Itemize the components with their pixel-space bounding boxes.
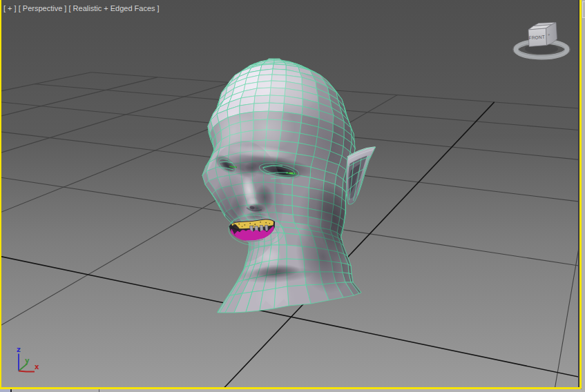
grid-line	[0, 77, 157, 117]
tripod-y-label: y	[25, 357, 30, 364]
side-panel-strip	[582, 0, 585, 392]
track-bar-tick	[99, 389, 99, 392]
viewcube[interactable]: R FRONT	[513, 23, 570, 59]
right-ear	[347, 147, 376, 204]
active-viewport-border-left	[0, 0, 1, 389]
viewport-menu-pov[interactable]: [ Perspective ]	[19, 4, 67, 12]
viewport-menu-general[interactable]: [ + ]	[3, 4, 17, 12]
tripod-y-axis	[19, 364, 28, 371]
tripod-x-label: x	[35, 363, 39, 371]
grid-line	[554, 204, 581, 389]
track-bar[interactable]	[0, 389, 582, 392]
left-eye-glint	[229, 166, 237, 167]
perspective-viewport[interactable]: R FRONT z y x	[0, 0, 581, 389]
grid-line	[0, 83, 230, 154]
time-slider-thumb[interactable]	[0, 389, 10, 392]
viewport-menu-shading[interactable]: [ Realistic + Edged Faces ]	[68, 4, 159, 12]
side-panel-button-edge[interactable]	[582, 1, 585, 18]
track-bar-tick	[10, 389, 12, 392]
shape-detail	[265, 225, 268, 231]
viewport-label: [ + ] [ Perspective ] [ Realistic + Edge…	[3, 4, 160, 12]
tripod-x-axis	[19, 371, 35, 372]
head-model[interactable]	[202, 58, 376, 315]
tripod-labels: z y x	[17, 346, 39, 371]
active-viewport-border-bottom	[0, 387, 581, 389]
active-viewport-border-right	[579, 0, 582, 389]
tripod-z-label: z	[17, 346, 21, 353]
grid-line	[0, 72, 91, 92]
viewport-canvas[interactable]: R FRONT z y x	[0, 0, 581, 389]
